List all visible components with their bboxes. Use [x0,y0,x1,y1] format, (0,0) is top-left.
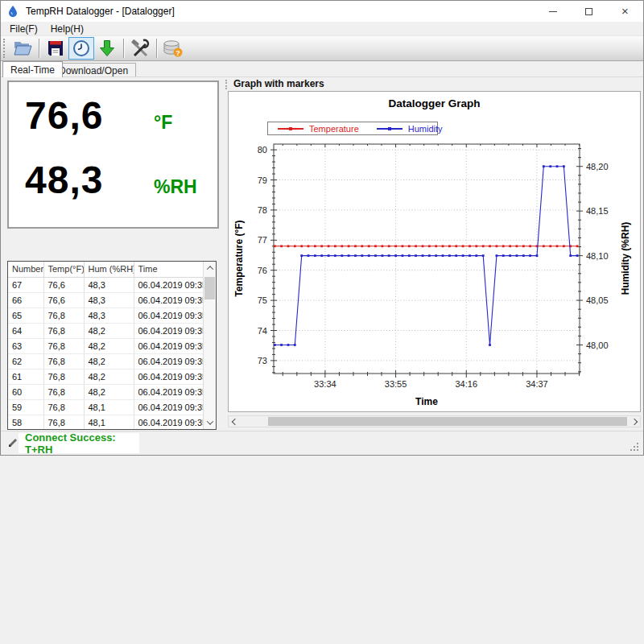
database-help-icon: ? [163,39,184,58]
table-row[interactable]: 6776,648,306.04.2019 09:35:31 [8,277,203,292]
live-readout-panel: 76,6 °F 48,3 %RH [7,80,219,229]
tab-real-time[interactable]: Real-Time [2,61,63,77]
temperature-value: 76,6 [25,93,154,138]
svg-text:73: 73 [258,356,267,365]
svg-text:48,05: 48,05 [586,295,609,305]
tab-download-open[interactable]: Download/Open [51,63,136,77]
main-content: 76,6 °F 48,3 %RH Number Temp(°F) Hum (%R… [1,77,643,431]
table-row[interactable]: 6376,848,206.04.2019 09:35:23 [8,338,203,353]
toolbar-separator [156,39,157,58]
svg-text:33:34: 33:34 [314,379,336,389]
table-row[interactable]: 6676,648,306.04.2019 09:35:29 [8,292,203,308]
scrollbar-thumb[interactable] [204,277,215,299]
svg-text:77: 77 [258,235,267,245]
log-table-panel: Number Temp(°F) Hum (%RH) Time 6776,648,… [7,261,217,430]
svg-text:48,15: 48,15 [586,206,609,216]
desktop-background [0,456,644,644]
window-title: TempRH Datalogger - [Datalogger] [26,6,175,17]
download-arrow-icon [97,39,117,58]
graph-hscrollbar[interactable] [228,415,641,427]
humidity-unit: %RH [154,176,197,198]
status-bar: Connect Success: T+RH [1,431,643,455]
svg-text:80: 80 [258,145,267,155]
table-row[interactable]: 6276,848,206.04.2019 09:35:21 [8,353,203,369]
svg-text:48,10: 48,10 [586,251,609,261]
svg-text:76: 76 [258,266,267,275]
svg-text:78: 78 [258,205,267,215]
toolbar-grip[interactable] [3,39,6,58]
maximize-button[interactable] [571,1,607,22]
log-table: Number Temp(°F) Hum (%RH) Time 6776,648,… [8,262,203,430]
svg-text:34:37: 34:37 [526,379,548,389]
left-axis-label: Temperature (°F) [233,178,245,339]
table-header-row: Number Temp(°F) Hum (%RH) Time [8,262,203,277]
graph-panel-title: Graph with markers [233,78,324,89]
save-button[interactable] [43,37,68,60]
app-logo-icon [6,5,19,18]
menu-file[interactable]: File(F) [1,23,44,35]
col-header-number[interactable]: Number [8,262,43,277]
table-scrollbar[interactable] [203,262,216,429]
download-button[interactable] [94,37,120,60]
open-file-button[interactable] [10,37,35,60]
title-bar: TempRH Datalogger - [Datalogger] × [1,1,643,22]
svg-text:34:16: 34:16 [456,379,478,389]
graph-box: Datalogger Graph Temperature Humidity 73… [228,91,641,412]
connector-pen-icon [7,437,19,448]
question-badge: ? [175,49,180,57]
table-row[interactable]: 5876,848,106.04.2019 09:35:12 [8,415,203,430]
save-icon [46,39,65,58]
status-message: Connect Success: T+RH [25,431,139,456]
chevron-up-icon [206,266,213,272]
toolbar-separator [39,39,39,58]
chevron-down-icon [206,418,213,424]
settings-button[interactable] [127,37,153,60]
table-row[interactable]: 6176,848,206.04.2019 09:35:18 [8,369,203,384]
col-header-hum[interactable]: Hum (%RH) [84,262,134,277]
temperature-unit: °F [154,112,172,134]
realtime-button[interactable] [68,37,94,60]
chevron-left-icon [231,418,237,424]
open-folder-icon [13,39,32,58]
database-help-button[interactable]: ? [160,37,186,60]
clock-icon [72,39,91,58]
svg-text:75: 75 [258,295,267,305]
table-body: 6776,648,306.04.2019 09:35:316676,648,30… [8,277,203,430]
hscrollbar-thumb[interactable] [268,417,627,426]
minimize-icon [549,11,557,12]
toolbar: ? [1,36,643,61]
menu-bar: File(F) Help(H) [1,22,643,36]
chart-plot: 737475767778798048,2048,1548,1048,0548,0… [229,92,642,416]
table-row[interactable]: 5976,848,106.04.2019 09:35:14 [8,399,203,415]
svg-text:48,20: 48,20 [586,162,609,171]
col-header-temp[interactable]: Temp(°F) [43,262,84,277]
svg-text:33:55: 33:55 [385,379,407,389]
chevron-right-icon [630,418,637,424]
toolbar-separator [123,39,124,58]
scroll-right-button[interactable] [628,416,640,427]
menu-help[interactable]: Help(H) [44,23,90,35]
scroll-left-button[interactable] [229,416,241,427]
app-window: TempRH Datalogger - [Datalogger] × File(… [0,0,644,456]
status-chip: Connect Success: T+RH [19,433,139,453]
svg-text:74: 74 [258,326,267,336]
table-row[interactable]: 6576,848,306.04.2019 09:35:27 [8,308,203,323]
svg-text:79: 79 [258,175,267,185]
svg-text:48,00: 48,00 [586,341,609,350]
close-icon: × [621,5,629,17]
x-axis-label: Time [346,396,507,407]
scroll-down-button[interactable] [204,416,216,429]
tab-strip: Real-Time Download/Open [1,61,643,77]
scroll-up-button[interactable] [204,262,216,275]
maximize-icon [585,8,592,15]
resize-grip[interactable] [630,443,640,452]
table-row[interactable]: 6476,848,206.04.2019 09:35:25 [8,323,203,338]
close-button[interactable]: × [607,1,643,22]
humidity-value: 48,3 [25,158,154,202]
right-axis-label: Humidity (%RH) [620,178,631,339]
graph-panel-grip[interactable] [225,80,229,89]
col-header-time[interactable]: Time [134,262,203,277]
minimize-button[interactable] [535,1,571,22]
table-row[interactable]: 6076,848,206.04.2019 09:35:16 [8,384,203,399]
tools-icon [130,39,150,58]
